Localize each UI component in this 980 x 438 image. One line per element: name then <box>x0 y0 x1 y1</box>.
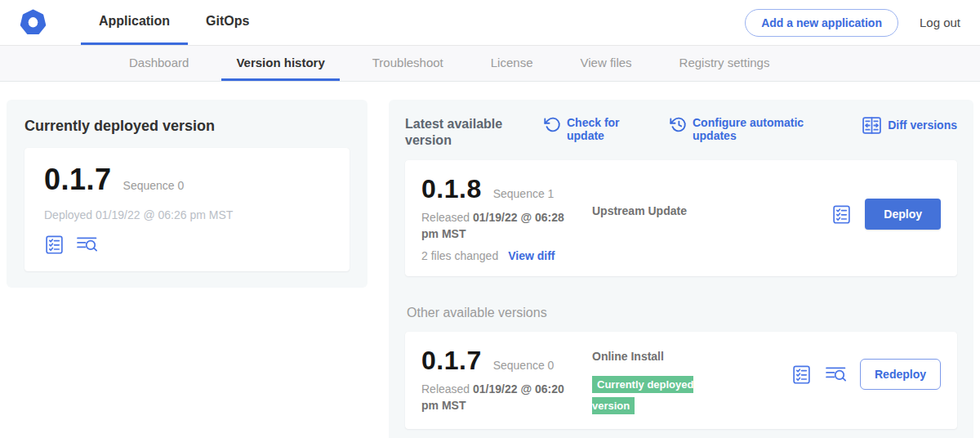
rotate-ccw-icon <box>544 116 561 133</box>
configure-automatic-updates-label: Configure automatic updates <box>693 116 807 142</box>
subnav-tab-version-history[interactable]: Version history <box>221 46 339 81</box>
available-versions-panel: Latest available version Check for updat… <box>389 100 973 438</box>
checklist-icon <box>791 364 812 385</box>
diff-versions-label: Diff versions <box>888 118 957 132</box>
current-version-card: 0.1.7 Sequence 0 Deployed 01/19/22 @ 06:… <box>24 148 350 271</box>
configure-automatic-updates-link[interactable]: Configure automatic updates <box>670 116 807 142</box>
current-version-sequence: Sequence 0 <box>123 179 185 192</box>
check-for-update-link[interactable]: Check for update <box>544 116 627 142</box>
version-actions: Redeploy <box>791 359 941 390</box>
tab-application[interactable]: Application <box>81 0 188 45</box>
redeploy-button[interactable]: Redeploy <box>860 359 941 390</box>
version-card-0-1-7: 0.1.7 Sequence 0 Released 01/19/22 @ 06:… <box>405 332 957 429</box>
app-subnav: Dashboard Version history Troubleshoot L… <box>0 46 980 82</box>
top-navbar: Application GitOps Add a new application… <box>0 0 980 46</box>
diff-versions-link[interactable]: Diff versions <box>862 116 957 135</box>
current-version-row: 0.1.7 Sequence 0 <box>44 163 330 197</box>
version-sequence: Sequence 1 <box>493 187 555 200</box>
version-info-column: 0.1.7 Sequence 0 Released 01/19/22 @ 06:… <box>421 346 572 413</box>
version-number: 0.1.8 <box>421 174 482 204</box>
app-logo-icon <box>20 9 47 36</box>
latest-version-header: Latest available version Check for updat… <box>405 116 957 149</box>
version-source-label: Online Install <box>592 350 664 363</box>
clock-refresh-icon <box>670 116 687 133</box>
preflight-checks-button[interactable] <box>44 235 65 255</box>
subnav-tab-license[interactable]: License <box>476 46 548 81</box>
check-for-update-label: Check for update <box>567 116 627 142</box>
version-actions: Deploy <box>831 199 941 230</box>
add-new-application-button[interactable]: Add a new application <box>745 9 898 37</box>
subnav-tab-registry-settings[interactable]: Registry settings <box>665 46 785 81</box>
files-changed-row: 2 files changed View diff <box>421 249 572 262</box>
tab-gitops[interactable]: GitOps <box>188 0 267 45</box>
view-deploy-logs-button[interactable] <box>76 235 98 255</box>
files-changed-label: 2 files changed <box>421 249 498 262</box>
logs-magnifier-icon <box>825 364 847 385</box>
currently-deployed-badge-wrap: Currently deployed version <box>592 373 715 415</box>
subnav-tab-dashboard[interactable]: Dashboard <box>114 46 203 81</box>
subnav-tab-troubleshoot[interactable]: Troubleshoot <box>358 46 458 81</box>
currently-deployed-title: Currently deployed version <box>24 118 350 135</box>
version-sequence: Sequence 0 <box>493 359 555 372</box>
released-timestamp: Released 01/19/22 @ 06:28 pm MST <box>421 210 572 242</box>
version-source-label: Upstream Update <box>592 204 687 217</box>
deploy-button[interactable]: Deploy <box>865 199 941 230</box>
main-content: Currently deployed version 0.1.7 Sequenc… <box>0 82 980 438</box>
currently-deployed-badge: Currently deployed version <box>592 376 693 414</box>
version-number: 0.1.7 <box>421 346 482 376</box>
checklist-icon <box>831 204 852 225</box>
deployed-timestamp: Deployed 01/19/22 @ 06:26 pm MST <box>44 208 330 221</box>
logs-magnifier-icon <box>76 235 98 255</box>
current-version-actions <box>44 235 330 255</box>
released-timestamp: Released 01/19/22 @ 06:20 pm MST <box>421 382 572 413</box>
view-deploy-logs-button[interactable] <box>825 364 847 385</box>
version-row: 0.1.8 Sequence 1 <box>421 174 572 204</box>
subnav-tab-view-files[interactable]: View files <box>565 46 646 81</box>
preflight-checks-button[interactable] <box>831 204 852 225</box>
other-versions-title: Other available versions <box>407 306 957 320</box>
preflight-checks-button[interactable] <box>791 364 812 385</box>
checklist-icon <box>44 235 65 255</box>
version-source-column: Upstream Update <box>592 174 822 218</box>
version-row: 0.1.7 Sequence 0 <box>421 346 572 376</box>
current-version-number: 0.1.7 <box>44 163 112 197</box>
topnav-tabs: Application GitOps <box>81 0 267 45</box>
version-source-column: Online Install Currently deployed versio… <box>592 346 782 415</box>
view-diff-link[interactable]: View diff <box>508 249 555 262</box>
diff-columns-icon <box>862 116 882 135</box>
latest-available-title: Latest available version <box>405 116 508 149</box>
app-logo[interactable] <box>20 0 47 45</box>
version-info-column: 0.1.8 Sequence 1 Released 01/19/22 @ 06:… <box>421 174 572 262</box>
currently-deployed-panel: Currently deployed version 0.1.7 Sequenc… <box>7 100 368 288</box>
logout-link[interactable]: Log out <box>920 16 960 29</box>
version-card-0-1-8: 0.1.8 Sequence 1 Released 01/19/22 @ 06:… <box>405 160 957 276</box>
topnav-right: Add a new application Log out <box>745 0 960 45</box>
